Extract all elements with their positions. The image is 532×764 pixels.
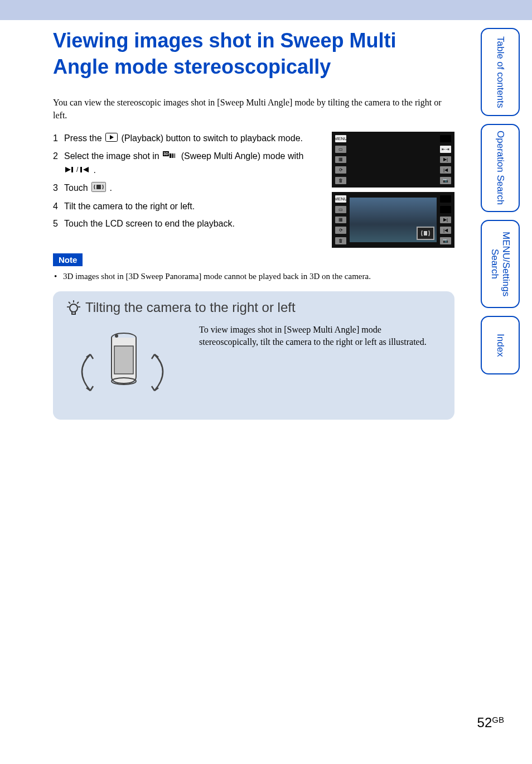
tip-box: Tilting the camera to the right or left — [53, 291, 454, 420]
top-banner — [0, 0, 532, 20]
trash-icon: 🗑 — [335, 177, 346, 184]
camera-icon: 📷 — [440, 237, 451, 244]
note-text: 3D images shot in [3D Sweep Panorama] mo… — [53, 272, 454, 281]
spacer — [440, 206, 451, 213]
step-text-part: Touch — [64, 183, 90, 193]
steps-area: 1 Press the (Playback) button to switch … — [53, 132, 454, 248]
next-prev-icon: / — [65, 164, 90, 177]
scroll-play-highlight — [417, 227, 434, 240]
step-num: 3 — [53, 181, 64, 195]
screenshot-center-image — [350, 198, 437, 242]
svg-point-21 — [115, 334, 118, 338]
tab-label: Operation Search — [495, 131, 506, 205]
step-text: Touch the LCD screen to end the playback… — [64, 217, 321, 230]
prev-icon: |◀ — [440, 227, 451, 234]
screenshot-1: MENU ▭ ▦ ⟳ 🗑 ⇤⇥ ▶| |◀ 📷 — [332, 132, 454, 188]
page-number-suffix: GB — [492, 715, 504, 724]
trash-icon: 🗑 — [335, 237, 346, 244]
step-text-part: Press the — [64, 133, 104, 143]
main-content: Viewing images shot in Sweep Multi Angle… — [53, 28, 454, 420]
grid-icon: ▦ — [335, 156, 346, 164]
intro-text: You can view the stereoscopic images sho… — [53, 96, 454, 122]
screenshot-left-icons: MENU ▭ ▦ ⟳ 🗑 — [332, 192, 350, 248]
grid-icon: ▦ — [335, 217, 346, 224]
step-text: Select the image shot in 3D (Sweep Multi… — [64, 150, 321, 177]
screenshot-right-icons: ▶| |◀ 📷 — [437, 192, 454, 248]
step-num: 5 — [53, 217, 64, 230]
scroll-play-icon — [91, 182, 106, 195]
tab-index[interactable]: Index — [481, 316, 520, 374]
spacer — [440, 195, 451, 203]
display-icon: ▭ — [335, 206, 346, 213]
tab-menu-settings-search[interactable]: MENU/Settings Search — [481, 220, 520, 308]
svg-rect-6 — [175, 153, 175, 158]
step-4: 4 Tilt the camera to the right or left. — [53, 200, 321, 213]
svg-rect-3 — [170, 153, 171, 158]
step-5: 5 Touch the LCD screen to end the playba… — [53, 217, 321, 230]
screenshot-left-icons: MENU ▭ ▦ ⟳ 🗑 — [332, 132, 350, 188]
screenshot-center — [350, 132, 437, 188]
tip-text: To view images shot in [Sweep Multi Angl… — [199, 324, 442, 407]
display-icon: ▭ — [335, 146, 346, 153]
page-number: 52GB — [477, 715, 504, 731]
next-icon: ▶| — [440, 217, 451, 224]
spacer — [440, 135, 451, 142]
screenshot-right-icons: ⇤⇥ ▶| |◀ 📷 — [437, 132, 454, 188]
svg-text:/: / — [76, 166, 79, 174]
svg-rect-4 — [172, 153, 173, 158]
3d-multi-icon: 3D — [163, 151, 177, 164]
step-num: 4 — [53, 200, 64, 213]
menu-icon: MENU — [335, 195, 346, 203]
camera-icon: 📷 — [440, 177, 451, 184]
screenshot-2: MENU ▭ ▦ ⟳ 🗑 ▶| |◀ 📷 — [332, 192, 454, 248]
step-text-part: (Sweep Multi Angle) mode with — [181, 151, 304, 161]
tip-header: Tilting the camera to the right or left — [65, 299, 442, 316]
step-text-part: . — [93, 165, 95, 175]
tab-label: Index — [495, 334, 506, 357]
step-1: 1 Press the (Playback) button to switch … — [53, 132, 321, 145]
page-number-value: 52 — [477, 715, 492, 730]
side-tabs: Table of contents Operation Search MENU/… — [481, 28, 520, 374]
svg-line-16 — [77, 302, 79, 304]
svg-rect-5 — [173, 153, 174, 158]
step-2: 2 Select the image shot in 3D (Sweep Mul… — [53, 150, 321, 177]
svg-rect-12 — [424, 231, 427, 236]
tab-table-of-contents[interactable]: Table of contents — [481, 28, 520, 116]
tab-label: Table of contents — [495, 36, 506, 108]
slideshow-icon: ⟳ — [335, 227, 346, 234]
svg-text:3D: 3D — [163, 152, 168, 156]
step-3: 3 Touch . — [53, 181, 321, 195]
step-text-part: (Playback) button to switch to playback … — [121, 133, 303, 143]
svg-rect-9 — [80, 167, 82, 172]
screenshots-column: MENU ▭ ▦ ⟳ 🗑 ⇤⇥ ▶| |◀ 📷 MENU — [332, 132, 454, 248]
page-title: Viewing images shot in Sweep Multi Angle… — [53, 28, 454, 80]
step-num: 2 — [53, 150, 64, 177]
tip-lightbulb-icon — [65, 299, 82, 316]
tab-label: MENU/Settings Search — [489, 221, 511, 307]
svg-line-15 — [69, 302, 70, 304]
step-text: Tilt the camera to the right or left. — [64, 200, 321, 213]
prev-icon: |◀ — [440, 166, 451, 174]
tip-body: To view images shot in [Sweep Multi Angl… — [65, 324, 442, 407]
exit-icon: ⇤⇥ — [440, 146, 451, 153]
svg-rect-20 — [114, 346, 133, 374]
tab-operation-search[interactable]: Operation Search — [481, 124, 520, 212]
step-text-part: . — [110, 183, 112, 193]
step-num: 1 — [53, 132, 64, 145]
step-text: Press the (Playback) button to switch to… — [64, 132, 321, 145]
tip-title: Tilting the camera to the right or left — [85, 300, 296, 315]
step-text-part: Select the image shot in — [64, 151, 162, 161]
svg-rect-7 — [71, 167, 73, 172]
slideshow-icon: ⟳ — [335, 166, 346, 174]
tilt-illustration — [65, 324, 182, 407]
note-label: Note — [53, 253, 83, 266]
steps-list: 1 Press the (Playback) button to switch … — [53, 132, 321, 248]
next-icon: ▶| — [440, 156, 451, 164]
playback-icon — [105, 132, 118, 145]
svg-point-13 — [70, 304, 78, 312]
svg-rect-11 — [96, 185, 101, 189]
step-text: Touch . — [64, 181, 321, 195]
menu-icon: MENU — [335, 135, 346, 142]
